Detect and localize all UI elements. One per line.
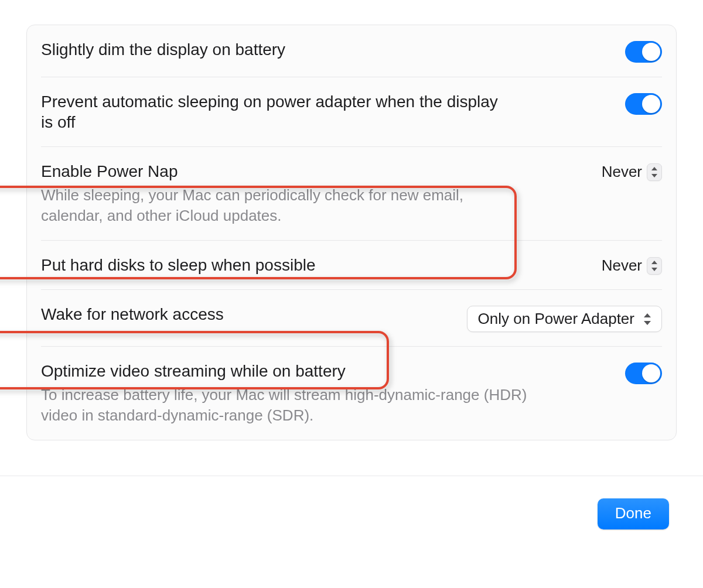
hard-disks-value: Never [602,257,647,275]
wake-network-dropdown[interactable]: Only on Power Adapter [467,306,662,332]
row-dim-display: Slightly dim the display on battery [41,25,662,77]
row-prevent-sleep: Prevent automatic sleeping on power adap… [41,77,662,147]
toggle-knob-icon [642,364,660,382]
row-wake-network: Wake for network access Only on Power Ad… [41,290,662,347]
row-hard-disks: Put hard disks to sleep when possible Ne… [41,241,662,290]
dim-display-toggle[interactable] [625,41,662,63]
wake-network-title: Wake for network access [41,304,448,324]
row-optimize-video: Optimize video streaming while on batter… [41,347,662,440]
power-nap-title: Enable Power Nap [41,161,509,182]
wake-network-value: Only on Power Adapter [478,310,641,328]
toggle-knob-icon [642,95,660,113]
footer: Done [0,476,703,529]
hard-disks-dropdown[interactable]: Never [602,257,662,275]
optimize-video-desc: To increase battery life, your Mac will … [41,385,538,426]
updown-chevron-icon [647,257,662,275]
prevent-sleep-title: Prevent automatic sleeping on power adap… [41,91,509,132]
toggle-knob-icon [642,43,660,61]
hard-disks-title: Put hard disks to sleep when possible [41,255,583,275]
power-nap-dropdown[interactable]: Never [602,163,662,181]
settings-panel: Slightly dim the display on battery Prev… [26,25,677,440]
power-nap-value: Never [602,163,647,181]
updown-chevron-icon [647,163,662,181]
prevent-sleep-toggle[interactable] [625,93,662,115]
updown-chevron-icon [641,312,653,326]
dim-display-title: Slightly dim the display on battery [41,39,606,60]
row-power-nap: Enable Power Nap While sleeping, your Ma… [41,147,662,241]
optimize-video-title: Optimize video streaming while on batter… [41,361,538,381]
optimize-video-toggle[interactable] [625,363,662,384]
power-nap-desc: While sleeping, your Mac can periodicall… [41,185,509,226]
done-button[interactable]: Done [598,498,669,529]
